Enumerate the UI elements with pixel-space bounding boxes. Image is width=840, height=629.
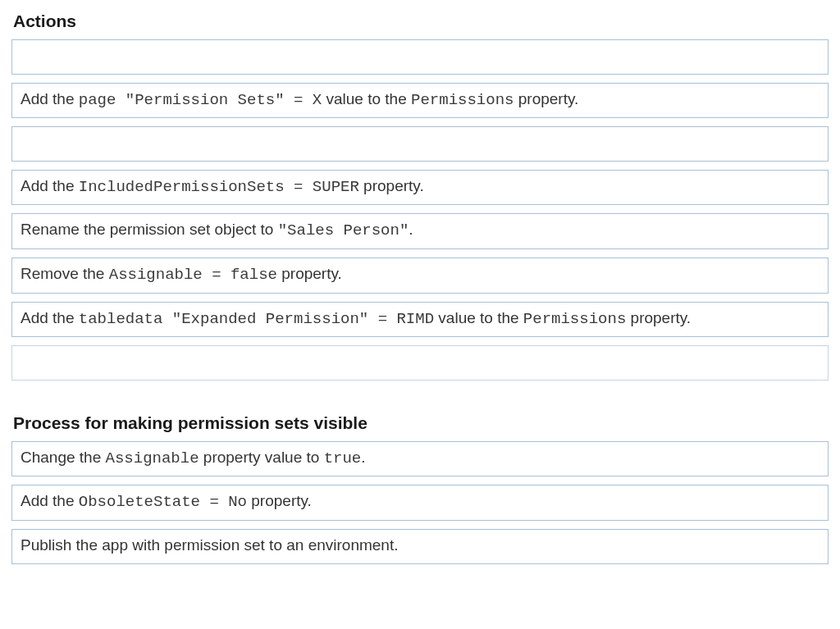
item-text: Change the Assignable property value to … — [21, 447, 366, 470]
section-gap — [11, 389, 829, 413]
process-list: Change the Assignable property value to … — [11, 441, 829, 564]
process-heading: Process for making permission sets visib… — [13, 413, 829, 433]
actions-item[interactable] — [11, 345, 829, 381]
actions-item[interactable]: Remove the Assignable = false property. — [11, 258, 829, 294]
process-item[interactable]: Change the Assignable property value to … — [11, 441, 829, 477]
item-text: Publish the app with permission set to a… — [21, 535, 398, 557]
item-text: Rename the permission set object to "Sal… — [21, 219, 413, 242]
process-item[interactable]: Publish the app with permission set to a… — [11, 529, 829, 564]
item-text: Add the page "Permission Sets" = X value… — [21, 89, 578, 112]
actions-heading: Actions — [13, 11, 829, 31]
actions-item[interactable]: Rename the permission set object to "Sal… — [11, 213, 829, 249]
item-text: Remove the Assignable = false property. — [21, 263, 342, 286]
actions-item[interactable] — [11, 126, 829, 162]
item-text: Add the tabledata "Expanded Permission" … — [21, 308, 691, 330]
process-item[interactable]: Add the ObsoleteState = No property. — [11, 485, 829, 521]
actions-item[interactable] — [11, 39, 829, 75]
actions-list: Add the page "Permission Sets" = X value… — [11, 39, 829, 381]
item-text: Add the IncludedPermissionSets = SUPER p… — [21, 175, 424, 198]
actions-item[interactable]: Add the IncludedPermissionSets = SUPER p… — [11, 170, 829, 206]
actions-item[interactable]: Add the tabledata "Expanded Permission" … — [11, 302, 829, 338]
actions-item[interactable]: Add the page "Permission Sets" = X value… — [11, 83, 829, 119]
item-text: Add the ObsoleteState = No property. — [21, 490, 312, 513]
